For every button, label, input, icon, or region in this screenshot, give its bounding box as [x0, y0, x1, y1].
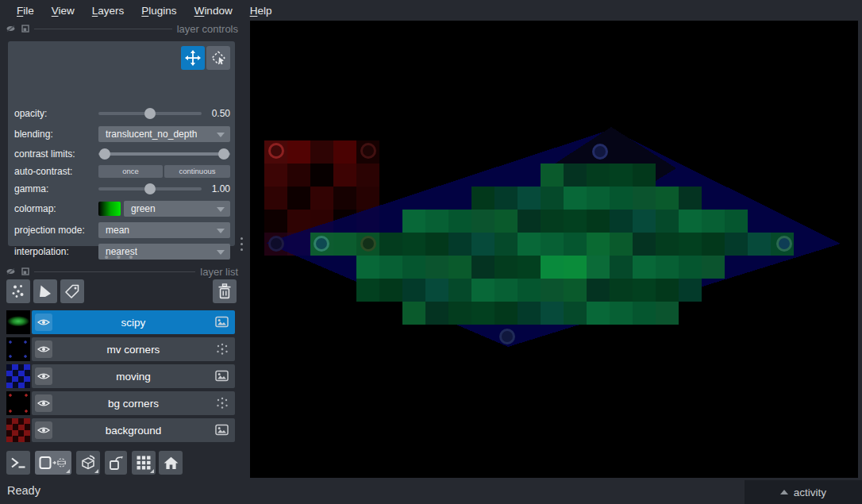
console-button[interactable] — [6, 451, 30, 475]
menu-item-plugins[interactable]: Plugins — [133, 2, 185, 19]
layer-controls-panel: opacity: 0.50 blending: translucent_no_d… — [8, 41, 235, 246]
activity-button[interactable]: activity — [745, 480, 862, 504]
menubar: FileViewLayersPluginsWindowHelp — [0, 0, 862, 21]
layer-buttons-bar — [6, 279, 235, 305]
dock-splitter-handle[interactable]: • • • — [0, 253, 240, 261]
projection-mode-value: mean — [106, 225, 129, 236]
chevron-up-icon — [780, 490, 788, 494]
layer-row-mv-corners[interactable]: mv corners — [6, 337, 235, 361]
status-message: Ready — [7, 484, 40, 497]
menu-item-layers[interactable]: Layers — [83, 2, 133, 19]
dock-float-icon[interactable] — [21, 25, 29, 33]
dock-hide-icon[interactable] — [6, 268, 15, 275]
layer-row-moving[interactable]: moving — [6, 364, 235, 388]
layer-row-background[interactable]: background — [6, 418, 235, 442]
auto-contrast-once-button[interactable]: once — [98, 165, 163, 178]
layer-visibility-button[interactable] — [35, 314, 52, 331]
home-icon — [164, 456, 179, 470]
popup-indicator — [150, 469, 154, 473]
new-points-layer-button[interactable] — [6, 279, 30, 303]
viewer-canvas[interactable] — [250, 21, 858, 478]
roll-dimensions-button[interactable] — [76, 451, 100, 475]
layer-name: mv corners — [32, 344, 235, 356]
layer-row-body[interactable]: moving — [32, 364, 235, 388]
blending-dropdown[interactable]: translucent_no_depth — [98, 126, 230, 142]
shapes-icon — [37, 283, 53, 299]
layer-visibility-button[interactable] — [35, 367, 52, 385]
eye-icon — [37, 371, 50, 381]
ndisplay-toggle-button[interactable] — [35, 451, 71, 475]
projection-mode-row: projection mode: mean — [14, 219, 229, 240]
contrast-low-handle[interactable] — [99, 148, 110, 160]
colormap-row: colormap: green — [14, 198, 229, 219]
layer-row-body[interactable]: background — [32, 418, 235, 442]
status-bar: Ready activity — [0, 478, 862, 504]
pan-zoom-mode-button[interactable] — [181, 46, 205, 70]
image-layer-type-icon — [215, 316, 229, 328]
delete-layer-button[interactable] — [213, 279, 237, 303]
layer-thumbnail — [6, 391, 30, 415]
layer-name: background — [32, 425, 235, 437]
transform-mode-button[interactable] — [206, 46, 230, 70]
layer-name: moving — [32, 371, 235, 383]
gamma-slider-handle[interactable] — [144, 183, 156, 194]
menu-item-window[interactable]: Window — [186, 2, 241, 19]
menu-item-view[interactable]: View — [43, 2, 83, 19]
blending-row: blending: translucent_no_depth — [14, 124, 229, 144]
layer-thumbnail — [6, 364, 30, 388]
auto-contrast-label: auto-contrast: — [14, 166, 98, 177]
dock-hide-icon[interactable] — [6, 25, 15, 32]
layer-visibility-button[interactable] — [35, 394, 52, 412]
eye-icon — [37, 398, 50, 408]
points-layer-type-icon — [216, 397, 229, 410]
napari-window: FileViewLayersPluginsWindowHelp layer co… — [0, 0, 862, 504]
transpose-dimensions-button[interactable] — [105, 451, 127, 475]
blending-label: blending: — [14, 129, 98, 140]
activity-label: activity — [794, 487, 826, 498]
image-layer-type-icon — [215, 370, 229, 382]
image-layer-icon — [215, 316, 229, 328]
auto-contrast-continuous-button[interactable]: continuous — [164, 165, 230, 178]
contrast-limits-label: contrast limits: — [14, 148, 98, 160]
gamma-row: gamma: 1.00 — [14, 179, 229, 198]
layer-row-bg-corners[interactable]: bg corners — [6, 391, 235, 415]
trash-icon — [217, 283, 232, 299]
2d-3d-toggle-icon — [39, 456, 67, 470]
projection-mode-label: projection mode: — [14, 225, 98, 236]
contrast-limits-slider[interactable] — [98, 148, 230, 160]
colormap-label: colormap: — [14, 203, 98, 214]
opacity-slider-handle[interactable] — [144, 108, 156, 119]
new-shapes-layer-button[interactable] — [33, 279, 57, 303]
gamma-slider[interactable] — [98, 183, 202, 195]
layer-row-scipy[interactable]: scipy — [6, 310, 235, 334]
dock-resize-handle[interactable] — [241, 237, 243, 251]
opacity-slider[interactable] — [98, 107, 202, 120]
gamma-label: gamma: — [14, 183, 98, 194]
colormap-swatch[interactable] — [98, 202, 121, 216]
transpose-icon — [109, 456, 124, 471]
menu-item-file[interactable]: File — [8, 2, 43, 19]
points-layer-icon — [216, 343, 229, 356]
contrast-high-handle[interactable] — [218, 148, 229, 160]
popup-indicator — [66, 469, 70, 473]
layer-thumbnail — [6, 337, 30, 361]
layer-row-body[interactable]: mv corners — [32, 337, 235, 361]
layer-visibility-button[interactable] — [35, 421, 52, 439]
new-labels-layer-button[interactable] — [60, 279, 84, 303]
points-layer-icon — [216, 397, 229, 410]
colormap-dropdown[interactable]: green — [124, 201, 230, 217]
eye-icon — [37, 317, 50, 327]
layer-row-body[interactable]: bg corners — [32, 391, 235, 415]
menu-item-help[interactable]: Help — [241, 2, 281, 19]
points-layer-type-icon — [216, 343, 229, 356]
canvas-scene — [250, 21, 858, 478]
layer-visibility-button[interactable] — [35, 340, 52, 358]
projection-mode-dropdown[interactable]: mean — [98, 222, 230, 238]
chevron-down-icon — [217, 133, 225, 137]
grid-mode-button[interactable] — [132, 451, 156, 475]
layer-row-body[interactable]: scipy — [32, 310, 235, 334]
contrast-limits-row: contrast limits: — [14, 144, 229, 163]
gamma-value: 1.00 — [203, 183, 230, 194]
dock-float-icon[interactable] — [21, 267, 29, 275]
home-button[interactable] — [159, 451, 183, 475]
